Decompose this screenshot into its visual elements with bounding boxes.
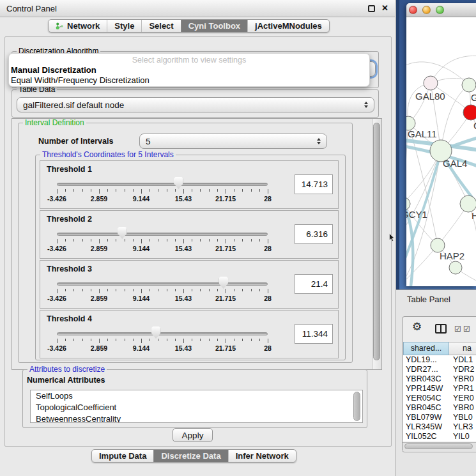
- table-row[interactable]: YIL052CYIL0: [403, 432, 476, 441]
- tab-jactivemnodules[interactable]: jActiveMNodules: [247, 20, 329, 32]
- attributes-group-title: Attributes to discretize: [27, 365, 107, 374]
- table-row[interactable]: YDR27...YDR2: [403, 365, 476, 374]
- desktop-edge: [396, 0, 399, 289]
- table-row[interactable]: YBR043CYBR0: [403, 374, 476, 384]
- network-canvas[interactable]: GAL80G.CGAL11GAL4GCY1HHAP2: [406, 17, 476, 286]
- tab-impute-data-label: Impute Data: [99, 451, 146, 461]
- number-of-intervals-select[interactable]: 5: [139, 134, 327, 149]
- network-node-label: GAL4: [443, 158, 467, 169]
- tab-impute-data[interactable]: Impute Data: [92, 450, 153, 462]
- network-node-label: HAP2: [440, 250, 464, 261]
- threshold-box: Threshold 4-3.4262.8599.14415.4321.71528…: [40, 310, 339, 358]
- threshold-label: Threshold 2: [47, 215, 92, 224]
- network-node[interactable]: [462, 78, 476, 92]
- top-tab-bar: Network Style Select Cyni Toolbox jActiv…: [48, 19, 330, 33]
- tab-discretize-data[interactable]: Discretize Data: [153, 450, 227, 462]
- network-node[interactable]: [406, 197, 410, 210]
- network-node[interactable]: [449, 261, 462, 274]
- threshold-box: Threshold 3-3.4262.8599.14415.4321.71528…: [40, 260, 339, 309]
- table-row[interactable]: YPR145WYPR1: [403, 384, 476, 394]
- numerical-attributes-list[interactable]: SelfLoopsTopologicalCoefficientBetweenne…: [30, 390, 363, 423]
- table-data-selected-value: galFiltered.sif default node: [23, 100, 124, 110]
- tab-network[interactable]: Network: [49, 20, 107, 32]
- checkbox-icon[interactable]: ☑: [463, 325, 470, 334]
- attributes-scrollbar-thumb[interactable]: [353, 392, 360, 421]
- close-icon[interactable]: ✕: [381, 3, 388, 13]
- interval-definition-group-title: Interval Definition: [23, 119, 86, 127]
- slider-tick-labels: -3.4262.8599.14415.4321.71528: [57, 344, 268, 352]
- table-rows: YDL19...YDL1YDR27...YDR2YBR043CYBR0YPR14…: [403, 355, 476, 441]
- tab-network-label: Network: [67, 21, 100, 31]
- checkbox-icon[interactable]: ☑: [454, 325, 461, 334]
- table-data-select[interactable]: galFiltered.sif default node: [17, 97, 374, 112]
- slider-track[interactable]: [57, 282, 268, 286]
- tab-cyni-toolbox[interactable]: Cyni Toolbox: [181, 20, 247, 32]
- column-header-shared[interactable]: shared...: [403, 342, 449, 355]
- panel-title: Control Panel: [6, 4, 57, 13]
- tab-select[interactable]: Select: [141, 20, 180, 32]
- network-window-titlebar[interactable]: [406, 3, 476, 17]
- slider-track[interactable]: [57, 183, 268, 186]
- mouse-cursor: [389, 233, 395, 242]
- table-row[interactable]: YBR045CYBR0: [403, 403, 476, 413]
- bottom-tab-bar: Impute Data Discretize Data Infer Networ…: [91, 449, 296, 463]
- slider-tick-labels: -3.4262.8599.14415.4321.71528: [57, 195, 268, 203]
- minimize-traffic-light-icon[interactable]: [422, 6, 431, 14]
- network-node[interactable]: [424, 76, 438, 90]
- algorithm-option-manual[interactable]: Manual Discretization: [9, 65, 369, 75]
- threshold-value-field[interactable]: 21.4: [295, 274, 333, 294]
- network-canvas-area[interactable]: GAL80G.CGAL11GAL4GCY1HHAP2: [406, 17, 476, 286]
- threshold-value-field[interactable]: 14.713: [295, 174, 333, 194]
- thresholds-container: Threshold 1-3.4262.8599.14415.4321.71528…: [40, 160, 339, 360]
- close-traffic-light-icon[interactable]: [409, 6, 417, 14]
- network-node-label: G.: [471, 92, 476, 103]
- network-node-label: C: [473, 120, 476, 131]
- slider-thumb[interactable]: [174, 177, 183, 189]
- tab-infer-network[interactable]: Infer Network: [228, 450, 296, 462]
- tab-cyni-toolbox-label: Cyni Toolbox: [188, 21, 240, 31]
- threshold-label: Threshold 3: [47, 265, 92, 273]
- slider-thumb[interactable]: [219, 277, 228, 289]
- column-header-name[interactable]: na: [449, 342, 476, 355]
- settings-scrollbar-thumb[interactable]: [373, 123, 380, 360]
- network-node-label: GAL11: [408, 128, 437, 139]
- slider-ticks: [57, 289, 268, 294]
- split-columns-icon[interactable]: [435, 324, 447, 334]
- attribute-item[interactable]: BetweennessCentrality: [31, 413, 362, 423]
- threshold-value-field[interactable]: 11.344: [295, 324, 333, 344]
- threshold-box: Threshold 2-3.4262.8599.14415.4321.71528…: [40, 210, 339, 259]
- float-window-icon[interactable]: [368, 5, 375, 12]
- tab-style[interactable]: Style: [107, 20, 141, 32]
- number-of-intervals-label: Number of Intervals: [38, 137, 113, 146]
- slider-track[interactable]: [57, 332, 268, 335]
- algorithm-dropdown-popup: Select algorithm to view settings Manual…: [8, 53, 370, 87]
- tab-infer-network-label: Infer Network: [236, 451, 289, 461]
- number-of-intervals-value: 5: [146, 137, 151, 146]
- numerical-attributes-label: Numerical Attributes: [27, 376, 105, 385]
- tab-discretize-data-label: Discretize Data: [161, 451, 220, 461]
- attribute-item[interactable]: SelfLoops: [31, 390, 362, 402]
- threshold-value-field[interactable]: 6.316: [295, 224, 333, 244]
- algorithm-popup-hint: Select algorithm to view settings: [9, 56, 369, 65]
- slider-thumb[interactable]: [118, 227, 127, 239]
- apply-button[interactable]: Apply: [173, 428, 213, 442]
- slider-tick-labels: -3.4262.8599.14415.4321.71528: [57, 245, 268, 252]
- slider-track[interactable]: [57, 233, 268, 236]
- tab-select-label: Select: [149, 21, 173, 31]
- table-hscrollbar-thumb[interactable]: [404, 443, 473, 449]
- slider-ticks: [57, 239, 268, 244]
- attribute-item[interactable]: TopologicalCoefficient: [31, 402, 362, 413]
- table-row[interactable]: YLR345WYLR3: [403, 422, 476, 432]
- thresholds-group-title: Threshold's Coordinates for 5 Intervals: [40, 151, 176, 159]
- gear-icon[interactable]: ⚙: [412, 321, 422, 333]
- zoom-traffic-light-icon[interactable]: [436, 6, 444, 14]
- algorithm-option-equal-width[interactable]: Equal Width/Frequency Discretization: [9, 75, 369, 86]
- network-node-label: GAL80: [415, 91, 445, 102]
- network-node[interactable]: [463, 105, 476, 120]
- table-row[interactable]: YER054CYER0: [403, 394, 476, 403]
- network-view-window[interactable]: GAL80G.CGAL11GAL4GCY1HHAP2: [406, 3, 476, 286]
- table-row[interactable]: YBL079WYBL0: [403, 413, 476, 422]
- slider-ticks: [57, 339, 268, 344]
- slider-thumb[interactable]: [151, 326, 161, 339]
- table-row[interactable]: YDL19...YDL1: [403, 355, 476, 365]
